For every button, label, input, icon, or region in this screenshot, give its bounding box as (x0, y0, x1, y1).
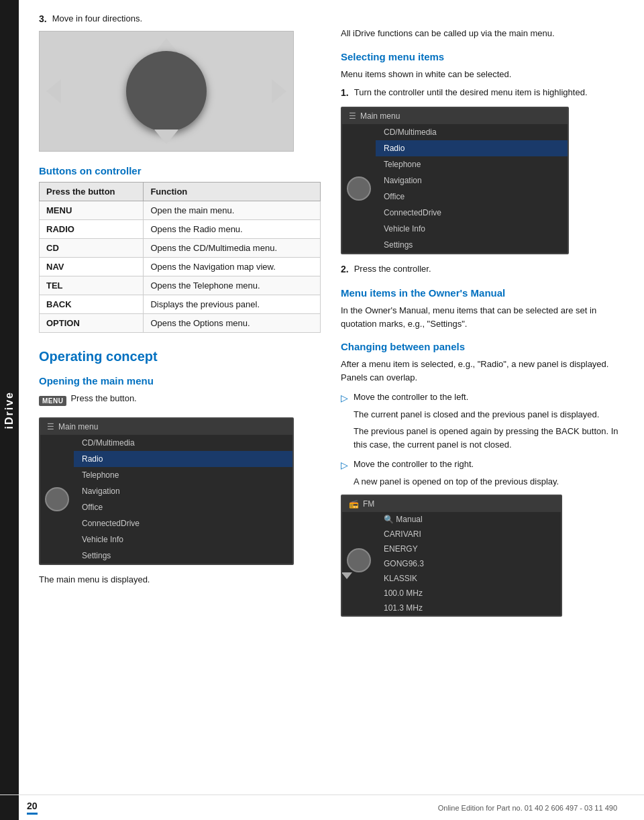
list-item: CARIVARI (376, 527, 561, 542)
fm-knob-area (342, 512, 376, 615)
fm-screen: 📻 FM 🔍 ManualCARIVARIENERGYGONG96.3KLASS… (341, 495, 562, 617)
owners-manual-text: In the Owner's Manual, menu items that c… (341, 304, 624, 330)
bullet-1-text: Move the controller to the left. (354, 392, 468, 402)
bullet-arrow-2: ▷ (341, 458, 348, 488)
bullet-item-1: ▷ Move the controller to the left. The c… (341, 391, 624, 451)
list-item: 100.0 MHz (376, 586, 561, 601)
function-cell: Displays the previous panel. (144, 295, 321, 314)
list-item: Telephone (74, 467, 292, 483)
button-name-cell: OPTION (40, 314, 144, 333)
list-item: Settings (376, 237, 568, 253)
bullet-arrow-1: ▷ (341, 391, 348, 451)
right-step-2: 2. Press the controller. (341, 262, 624, 276)
right-step-1-number: 1. (341, 86, 349, 100)
function-cell: Opens the Navigation map view. (144, 258, 321, 276)
function-cell: Opens the Telephone menu. (144, 276, 321, 295)
list-item: Radio (376, 140, 568, 156)
page-number: 20 (27, 801, 38, 815)
list-item: Office (74, 499, 292, 515)
screen-title-left: Main menu (58, 422, 98, 431)
left-screen-mockup: ☰ Main menu CD/MultimediaRadioTelephoneN… (39, 417, 294, 565)
table-row: OPTIONOpens the Options menu. (40, 314, 321, 333)
list-item: Telephone (376, 156, 568, 172)
list-item: Settings (74, 548, 292, 564)
left-column: 3. Move in four directions. Buttons on c… (39, 13, 321, 625)
list-item: Office (376, 189, 568, 205)
function-cell: Opens the CD/Multimedia menu. (144, 239, 321, 258)
list-item: GONG96.3 (376, 556, 561, 571)
function-cell: Open the main menu. (144, 201, 321, 220)
right-step-2-text: Press the controller. (354, 262, 431, 276)
table-row: TELOpens the Telephone menu. (40, 276, 321, 295)
fm-knob-container (347, 548, 371, 579)
footer: 20 Online Edition for Part no. 01 40 2 6… (0, 795, 644, 820)
press-button-text: Press the button. (70, 392, 136, 405)
button-name-cell: BACK (40, 295, 144, 314)
table-row: RADIOOpens the Radio menu. (40, 220, 321, 239)
operating-concept-heading: Operating concept (39, 349, 321, 364)
selecting-description: Menu items shown in white can be selecte… (341, 68, 624, 81)
footer-text: Online Edition for Part no. 01 40 2 606 … (438, 804, 617, 812)
list-item: Vehicle Info (376, 221, 568, 237)
controller-knob-left (45, 487, 69, 511)
right-screen-knob (342, 124, 376, 253)
side-tab: iDrive (0, 0, 19, 820)
fm-items: 🔍 ManualCARIVARIENERGYGONG96.3KLASSIK100… (376, 512, 561, 615)
bullet-content-1: Move the controller to the left. The cur… (354, 391, 624, 451)
selecting-menu-items-heading: Selecting menu items (341, 51, 624, 62)
list-item: 101.3 MHz (376, 601, 561, 615)
side-tab-label: iDrive (3, 391, 15, 429)
function-cell: Opens the Radio menu. (144, 220, 321, 239)
changing-panels-heading: Changing between panels (341, 341, 624, 352)
list-item: ENERGY (376, 542, 561, 556)
list-item: KLASSIK (376, 571, 561, 586)
list-item: Navigation (74, 483, 292, 499)
right-controller-knob (347, 176, 371, 201)
menu-badge: MENU (39, 396, 66, 406)
fm-down-arrow (341, 572, 352, 579)
screen-items-left: CD/MultimediaRadioTelephoneNavigationOff… (74, 435, 292, 564)
bullet-2-text: Move the controller to the right. (354, 459, 474, 469)
right-column: All iDrive functions can be called up vi… (341, 13, 624, 625)
right-screen-mockup: ☰ Main menu CD/MultimediaRadioTelephoneN… (341, 107, 569, 254)
screen-knob-left (40, 435, 74, 564)
buttons-table: Press the button Function MENUOpen the m… (39, 182, 321, 333)
list-item: Navigation (376, 172, 568, 189)
bullet-2-sub1: A new panel is opened on top of the prev… (354, 475, 624, 489)
bullet-item-2: ▷ Move the controller to the right. A ne… (341, 458, 624, 488)
list-item: ConnectedDrive (376, 205, 568, 221)
right-step-2-number: 2. (341, 262, 349, 276)
right-screen-body: CD/MultimediaRadioTelephoneNavigationOff… (342, 124, 568, 253)
right-screen-header: ☰ Main menu (342, 108, 568, 124)
button-name-cell: NAV (40, 258, 144, 276)
function-cell: Opens the Options menu. (144, 314, 321, 333)
bullet-1-sub2: The previous panel is opened again by pr… (354, 425, 624, 451)
step-3-text: Move in four directions. (52, 13, 142, 24)
button-name-cell: RADIO (40, 220, 144, 239)
fm-icon: 📻 (349, 499, 359, 509)
screen-body-left: CD/MultimediaRadioTelephoneNavigationOff… (40, 435, 292, 564)
fm-screen-body: 🔍 ManualCARIVARIENERGYGONG96.3KLASSIK100… (342, 512, 561, 615)
table-row: NAVOpens the Navigation map view. (40, 258, 321, 276)
controller-image (39, 31, 294, 152)
fm-knob (347, 548, 371, 572)
buttons-section-heading: Buttons on controller (39, 165, 321, 176)
list-item: CD/Multimedia (376, 124, 568, 140)
fm-title: FM (363, 499, 374, 509)
button-name-cell: CD (40, 239, 144, 258)
list-item: CD/Multimedia (74, 435, 292, 451)
right-screen-menu-icon: ☰ (349, 111, 356, 121)
list-item: Radio (74, 451, 292, 467)
bullet-content-2: Move the controller to the right. A new … (354, 458, 624, 488)
button-name-cell: TEL (40, 276, 144, 295)
col-header-button: Press the button (40, 183, 144, 201)
opening-menu-instruction: MENU Press the button. (39, 392, 321, 411)
changing-panels-intro: After a menu item is selected, e.g., "Ra… (341, 358, 624, 384)
right-step-1-text: Turn the controller until the desired me… (354, 86, 588, 100)
screen-header: ☰ Main menu (40, 419, 292, 435)
col-header-function: Function (144, 183, 321, 201)
screen-menu-icon: ☰ (47, 422, 54, 431)
right-step-1: 1. Turn the controller until the desired… (341, 86, 624, 100)
table-row: CDOpens the CD/Multimedia menu. (40, 239, 321, 258)
list-item: ConnectedDrive (74, 515, 292, 531)
